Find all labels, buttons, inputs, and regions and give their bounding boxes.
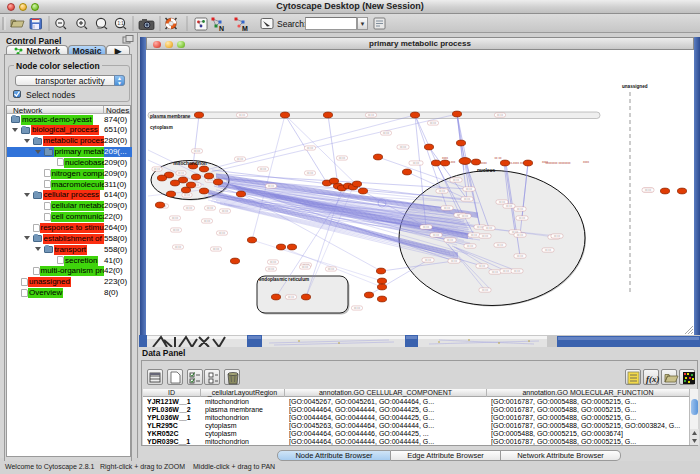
svg-text:xx xx: xx xx	[186, 207, 193, 210]
svg-text:plasma membrane: plasma membrane	[150, 114, 191, 119]
svg-text:xx xx: xx xx	[368, 114, 375, 117]
svg-text:xx xx: xx xx	[479, 265, 486, 268]
svg-text:xx xx: xx xx	[204, 220, 211, 223]
svg-text:mitochondrion: mitochondrion	[173, 161, 207, 166]
svg-text:xx xx: xx xx	[260, 168, 267, 171]
svg-text:xx xx: xx xx	[517, 234, 524, 237]
svg-text:xx xx: xx xx	[383, 132, 390, 135]
svg-text:xx xx: xx xx	[173, 229, 180, 232]
svg-text:nucleus: nucleus	[477, 168, 495, 173]
svg-text:unassigned: unassigned	[622, 84, 648, 89]
svg-text:endoplasmic reticulum: endoplasmic reticulum	[259, 277, 309, 282]
svg-text:xx xx: xx xx	[503, 270, 510, 273]
svg-text:xx xx: xx xx	[482, 235, 489, 238]
svg-text:1:1: 1:1	[118, 21, 125, 26]
svg-text:xx xx: xx xx	[413, 162, 420, 165]
svg-text:cytoplasm: cytoplasm	[150, 125, 173, 130]
svg-text:xx xx: xx xx	[517, 255, 524, 258]
svg-text:xxxx: xxxx	[583, 160, 590, 164]
svg-text:M: M	[242, 25, 248, 32]
svg-text:xx xx: xx xx	[497, 114, 504, 117]
svg-text:xx xx: xx xx	[339, 157, 346, 160]
svg-text:xx xx: xx xx	[495, 156, 502, 160]
svg-text:xx xx: xx xx	[222, 210, 229, 213]
svg-text:xx xx: xx xx	[477, 226, 484, 229]
svg-text:xx xx: xx xx	[307, 147, 314, 150]
svg-text:xx xx: xx xx	[519, 217, 526, 220]
svg-text:xx xx: xx xx	[207, 207, 214, 210]
svg-text:xx xx: xx xx	[154, 168, 161, 171]
svg-text:xx xx: xx xx	[239, 114, 246, 117]
svg-text:xx xx: xx xx	[178, 172, 185, 175]
svg-text:xx xx: xx xx	[554, 235, 561, 238]
svg-text:N: N	[219, 25, 224, 32]
svg-text:xxxx: xxxx	[442, 156, 449, 160]
svg-text:xx xx: xx xx	[423, 226, 430, 229]
svg-text:xxxxxxxx xxxxxxxx: xxxxxxxx xxxxxxxx	[546, 161, 571, 165]
svg-text:xx xx: xx xx	[514, 270, 521, 273]
svg-text:xx xx: xx xx	[506, 205, 513, 208]
svg-text:xx xx: xx xx	[545, 249, 552, 252]
svg-text:xx xx: xx xx	[464, 198, 471, 201]
svg-text:xx xx: xx xx	[517, 208, 524, 211]
svg-text:xx xx: xx xx	[462, 215, 469, 218]
svg-text:xx xx: xx xx	[497, 244, 504, 247]
svg-text:xx xx: xx xx	[354, 307, 361, 310]
svg-text:xx xx: xx xx	[486, 227, 493, 230]
svg-text:xx xx: xx xx	[175, 246, 182, 249]
svg-text:xx xx: xx xx	[444, 207, 451, 210]
svg-text:xx xx: xx xx	[492, 271, 499, 274]
svg-text:xx xx: xx xx	[482, 289, 489, 292]
svg-text:xxx-xxxx xxx: xxx-xxxx xxx	[508, 161, 525, 165]
svg-text:xx xx: xx xx	[302, 266, 309, 269]
svg-text:xx xx: xx xx	[207, 179, 214, 182]
svg-text:xx xx: xx xx	[328, 268, 335, 271]
svg-text:xx xx: xx xx	[268, 185, 275, 188]
svg-text:xx xx: xx xx	[467, 245, 474, 248]
svg-text:xx xx: xx xx	[471, 234, 478, 237]
svg-text:xx xx: xx xx	[307, 172, 314, 175]
svg-text:xx xx: xx xx	[433, 234, 440, 237]
svg-text:xx xx: xx xx	[439, 190, 446, 193]
svg-text:xx xx: xx xx	[172, 217, 179, 220]
svg-text:xx xx: xx xx	[499, 201, 506, 204]
svg-text:xx xx: xx xx	[268, 268, 275, 271]
svg-text:xx xx: xx xx	[451, 260, 458, 263]
svg-text:xx xx: xx xx	[237, 158, 244, 161]
svg-text:xx xx: xx xx	[645, 189, 652, 192]
svg-text:xx xx: xx xx	[430, 122, 437, 125]
svg-text:xx xx: xx xx	[270, 261, 277, 264]
svg-text:xx xx: xx xx	[453, 179, 460, 182]
svg-text:xx xx: xx xx	[213, 248, 220, 251]
svg-text:xx xx: xx xx	[219, 232, 226, 235]
svg-text:xx xx: xx xx	[466, 188, 473, 191]
svg-text:xx xx: xx xx	[447, 239, 454, 242]
svg-text:f(x): f(x)	[646, 374, 660, 384]
svg-text:xx xx: xx xx	[425, 259, 432, 262]
svg-text:xx xx: xx xx	[288, 296, 295, 299]
svg-text:xx xx: xx xx	[400, 146, 407, 149]
svg-text:xx xx: xx xx	[184, 194, 191, 197]
svg-text:xx xx: xx xx	[194, 150, 201, 153]
